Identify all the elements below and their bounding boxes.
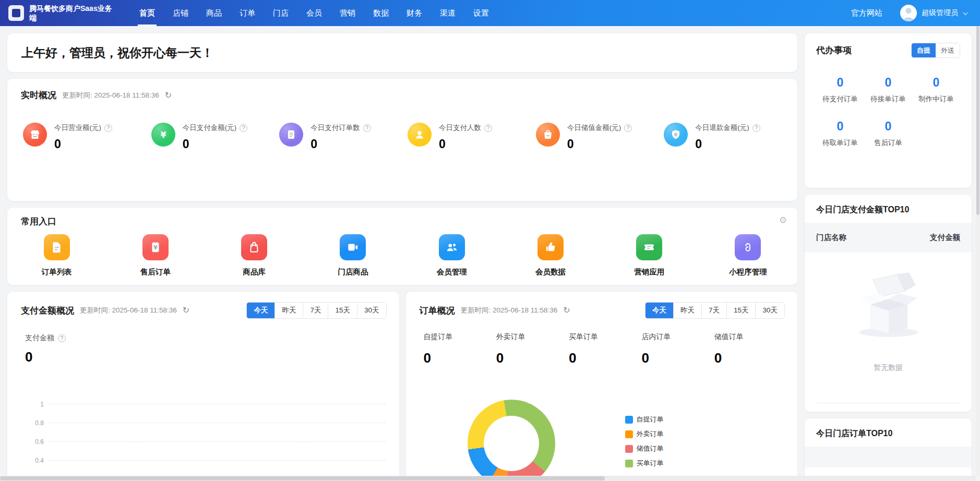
nav-item-finance[interactable]: 财务 bbox=[398, 0, 431, 26]
entry-aftersale-order[interactable]: ¥ 售后订单 bbox=[106, 234, 205, 277]
stat-label: 今日支付金额(元) bbox=[183, 123, 237, 133]
nav-item-store[interactable]: 门店 bbox=[264, 0, 297, 26]
stat-label: 今日支付订单数 bbox=[310, 123, 360, 133]
top10-payment-card: 今日门店支付金额TOP10 门店名称 支付金额 暂无数据 bbox=[805, 195, 972, 412]
todo-pending-payment[interactable]: 0 待支付订单 bbox=[816, 76, 864, 104]
avatar bbox=[900, 5, 917, 21]
help-icon[interactable]: ? bbox=[240, 124, 247, 132]
donut-legend: 自提订单 外卖订单 储值订单 买单订单 bbox=[625, 415, 664, 468]
people-icon bbox=[439, 234, 465, 260]
nav-item-channel[interactable]: 渠道 bbox=[431, 0, 464, 26]
legend-item-self-pickup[interactable]: 自提订单 bbox=[625, 415, 664, 424]
stat-value: 0 bbox=[695, 137, 760, 151]
nav-item-shop[interactable]: 店铺 bbox=[164, 0, 197, 26]
y-axis-tick: 1 bbox=[22, 401, 44, 408]
tab-today[interactable]: 今天 bbox=[646, 303, 673, 318]
tab-7days[interactable]: 7天 bbox=[701, 303, 726, 318]
nav-item-marketing[interactable]: 营销 bbox=[331, 0, 364, 26]
stat-today-payment-amount: ¥ 今日支付金额(元)? 0 bbox=[151, 121, 280, 151]
help-icon[interactable]: ? bbox=[484, 124, 492, 132]
refresh-icon[interactable]: ↻ bbox=[183, 306, 189, 315]
legend-item-stored-value[interactable]: 储值订单 bbox=[625, 444, 664, 453]
stat-value: 0 bbox=[183, 137, 248, 151]
legend-swatch bbox=[625, 460, 633, 467]
brand[interactable]: 腾马餐饮多商户Saas业务端 bbox=[8, 4, 123, 22]
panel-title: 订单概况 bbox=[420, 305, 455, 317]
thumb-up-icon bbox=[537, 234, 564, 260]
help-icon[interactable]: ? bbox=[752, 124, 760, 132]
greeting-card: 上午好，管理员，祝你开心每一天！ bbox=[7, 33, 797, 72]
todo-aftersale[interactable]: 0 售后订单 bbox=[864, 119, 912, 148]
brand-title: 腾马餐饮多商户Saas业务端 bbox=[29, 4, 118, 22]
entry-store-product[interactable]: 门店商品 bbox=[304, 234, 402, 277]
user-menu[interactable]: 超级管理员 bbox=[900, 5, 966, 21]
stat-label: 今日营业额(元) bbox=[54, 123, 101, 133]
horizontal-scrollbar-thumb[interactable] bbox=[0, 476, 605, 480]
tab-yesterday[interactable]: 昨天 bbox=[274, 303, 303, 318]
table-header bbox=[805, 447, 972, 467]
panel-title: 今日门店支付金额TOP10 bbox=[805, 195, 972, 223]
column-store-name: 门店名称 bbox=[816, 233, 846, 243]
entry-product-library[interactable]: 商品库 bbox=[205, 234, 304, 277]
order-stat-stored-value: 储值订单 0 bbox=[714, 332, 787, 366]
help-icon[interactable]: ? bbox=[363, 124, 371, 132]
nav-item-home[interactable]: 首页 bbox=[130, 0, 164, 26]
tab-30days[interactable]: 30天 bbox=[755, 303, 784, 318]
entry-miniprogram-manage[interactable]: 小程序管理 bbox=[699, 234, 797, 277]
nav-item-settings[interactable]: 设置 bbox=[464, 0, 498, 26]
gear-icon[interactable]: ⚙ bbox=[779, 215, 787, 226]
nav-item-data[interactable]: 数据 bbox=[364, 0, 398, 26]
toggle-delivery[interactable]: 外送 bbox=[936, 43, 960, 57]
stat-value: 0 bbox=[310, 137, 371, 151]
document-icon bbox=[279, 123, 303, 147]
entry-member-manage[interactable]: 会员管理 bbox=[402, 234, 501, 277]
toggle-self-pickup[interactable]: 自提 bbox=[912, 43, 936, 57]
refresh-icon[interactable]: ↻ bbox=[563, 306, 570, 315]
vertical-scrollbar[interactable] bbox=[976, 26, 980, 476]
entry-label: 营销应用 bbox=[634, 267, 664, 277]
todo-pending-accept[interactable]: 0 待接单订单 bbox=[864, 76, 912, 104]
help-icon[interactable]: ? bbox=[104, 124, 112, 132]
tab-today[interactable]: 今天 bbox=[247, 303, 274, 318]
stat-label: 今日退款金额(元) bbox=[695, 123, 749, 133]
entry-label: 门店商品 bbox=[338, 267, 368, 277]
nav-item-product[interactable]: 商品 bbox=[197, 0, 231, 26]
main-nav: 首页 店铺 商品 订单 门店 会员 营销 数据 财务 渠道 设置 bbox=[130, 0, 498, 26]
entry-marketing-app[interactable]: 营销应用 bbox=[600, 234, 699, 277]
updated-time: 更新时间: 2025-06-18 11:58:36 bbox=[62, 91, 159, 100]
svg-text:¥: ¥ bbox=[153, 244, 158, 251]
svg-text:¥: ¥ bbox=[160, 130, 166, 140]
order-overview-card: 订单概况 更新时间: 2025-06-18 11:58:36 ↻ 今天 昨天 7… bbox=[406, 292, 798, 481]
nav-item-member[interactable]: 会员 bbox=[297, 0, 331, 26]
tab-7days[interactable]: 7天 bbox=[303, 303, 328, 318]
vertical-scrollbar-thumb[interactable] bbox=[976, 26, 979, 215]
order-donut-chart bbox=[468, 400, 555, 481]
tab-15days[interactable]: 15天 bbox=[328, 303, 357, 318]
legend-item-delivery[interactable]: 外卖订单 bbox=[625, 429, 664, 439]
stat-value: 0 bbox=[54, 137, 112, 151]
panel-title: 实时概况 bbox=[21, 89, 56, 101]
help-icon[interactable]: ? bbox=[58, 334, 66, 342]
horizontal-scrollbar[interactable] bbox=[0, 476, 976, 481]
miniprogram-icon bbox=[735, 234, 761, 260]
official-site-link[interactable]: 官方网站 bbox=[851, 8, 882, 18]
tab-yesterday[interactable]: 昨天 bbox=[673, 303, 701, 318]
order-stat-delivery: 外卖订单 0 bbox=[496, 332, 569, 366]
empty-box-illustration bbox=[843, 272, 934, 341]
tab-15days[interactable]: 15天 bbox=[726, 303, 756, 318]
updated-time: 更新时间: 2025-06-18 11:58:36 bbox=[461, 306, 558, 315]
storefront-icon bbox=[23, 123, 47, 147]
entry-member-data[interactable]: 会员数据 bbox=[501, 234, 600, 277]
order-stat-self-pickup: 自提订单 0 bbox=[424, 332, 496, 366]
refresh-icon[interactable]: ↻ bbox=[165, 91, 172, 100]
todo-in-production[interactable]: 0 制作中订单 bbox=[912, 76, 960, 104]
legend-item-paybill[interactable]: 买单订单 bbox=[625, 459, 664, 468]
entry-order-list[interactable]: 订单列表 bbox=[7, 234, 106, 277]
table-header: 门店名称 支付金额 bbox=[805, 223, 972, 252]
chevron-down-icon bbox=[963, 10, 968, 15]
todo-pending-pickup[interactable]: 0 待取单订单 bbox=[816, 119, 864, 148]
nav-item-order[interactable]: 订单 bbox=[231, 0, 264, 26]
help-icon[interactable]: ? bbox=[624, 124, 632, 132]
tab-30days[interactable]: 30天 bbox=[357, 303, 386, 318]
order-stat-paybill: 买单订单 0 bbox=[569, 332, 641, 366]
